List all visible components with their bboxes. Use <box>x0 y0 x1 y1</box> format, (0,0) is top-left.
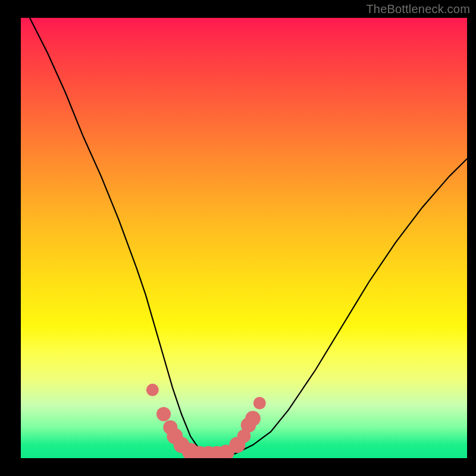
watermark-text: TheBottleneck.com <box>366 2 470 16</box>
highlight-marker <box>146 384 159 396</box>
highlight-marker <box>245 411 261 427</box>
bottleneck-curve <box>30 18 467 454</box>
chart-frame: TheBottleneck.com <box>0 0 476 476</box>
highlight-marker <box>156 407 171 421</box>
highlight-marker <box>253 397 266 409</box>
chart-svg <box>21 18 467 458</box>
chart-plot-area <box>21 18 467 458</box>
